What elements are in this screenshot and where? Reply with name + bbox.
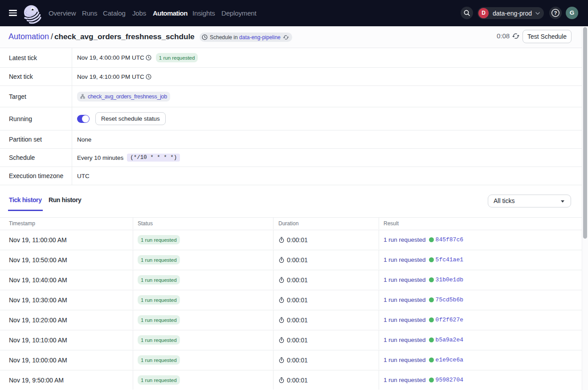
svg-text:?: ? [554, 10, 557, 16]
